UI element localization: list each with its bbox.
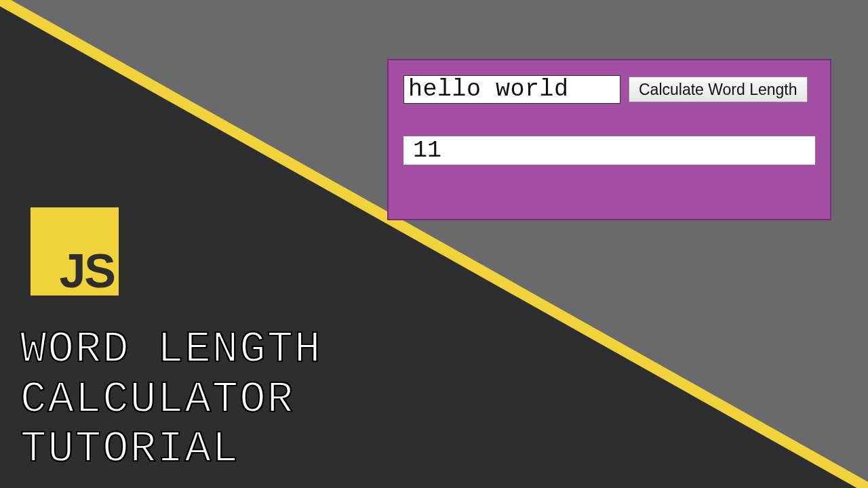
js-logo-text: JS [59,244,115,298]
headline-line-1: WORD LENGTH [20,325,321,374]
headline-line-2: CALCULATOR [20,375,294,424]
js-logo-icon: JS [31,207,119,296]
headline: WORD LENGTH CALCULATOR TUTORIAL [20,325,321,475]
input-row: Calculate Word Length [403,75,815,104]
output-length: 11 [403,136,815,165]
calculate-button[interactable]: Calculate Word Length [629,77,808,102]
word-input[interactable] [403,75,620,104]
headline-line-3: TUTORIAL [20,425,239,474]
demo-panel: Calculate Word Length 11 [387,59,831,220]
